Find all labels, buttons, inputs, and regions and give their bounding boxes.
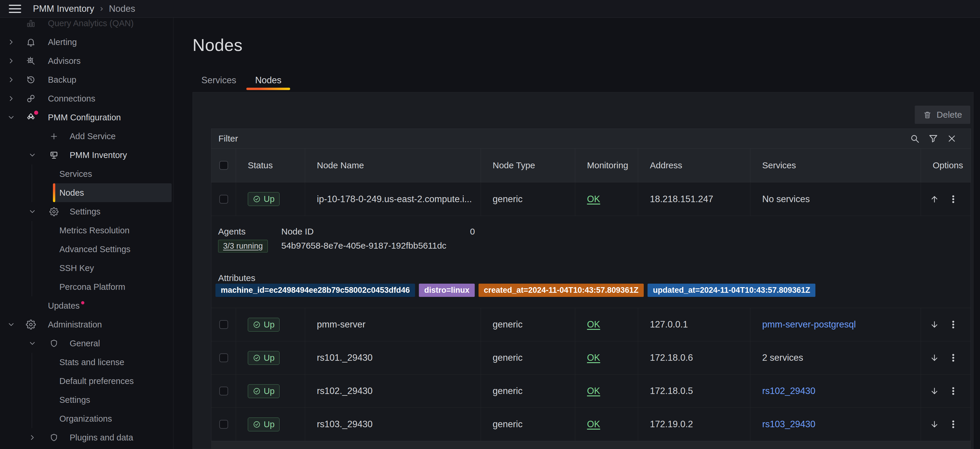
options-cell (921, 408, 970, 441)
expand-row-button[interactable] (929, 319, 940, 330)
services-cell: pmm-server-postgresql (750, 308, 921, 341)
sidebar-item-pmm-configuration[interactable]: PMM Configuration (0, 108, 173, 127)
sidebar-item-percona-platform[interactable]: Percona Platform (0, 278, 173, 296)
expand-row-button[interactable] (929, 386, 940, 396)
row-menu-button[interactable] (948, 419, 959, 430)
services-text: 2 services (762, 353, 803, 363)
delete-button[interactable]: Delete (915, 105, 970, 124)
monitoring-link[interactable]: OK (587, 386, 600, 396)
filter-icon[interactable] (928, 133, 939, 144)
sidebar-item-organizations[interactable]: Organizations (0, 409, 173, 428)
node-name-cell: ip-10-178-0-249.us-east-2.compute.i... (305, 182, 480, 216)
expand-row-button[interactable] (929, 353, 940, 363)
sidebar-item-label: Alerting (48, 37, 77, 47)
collapse-row-button[interactable] (929, 194, 940, 205)
tab-nodes[interactable]: Nodes (246, 70, 290, 90)
monitoring-link[interactable]: OK (587, 353, 600, 363)
row-menu-button[interactable] (948, 353, 959, 363)
monitoring-cell: OK (575, 182, 638, 216)
service-link[interactable]: rs103_29430 (762, 419, 815, 430)
table-row: Uppmm-servergenericOK127.0.0.1pmm-server… (212, 308, 970, 341)
chevron-down-icon[interactable] (7, 320, 15, 329)
sidebar-item-backup[interactable]: Backup (0, 70, 173, 89)
row-menu-button[interactable] (948, 386, 959, 396)
sidebar-item-administration[interactable]: Administration (0, 315, 173, 334)
row-checkbox[interactable] (219, 387, 228, 395)
sidebar-item-general[interactable]: General (0, 334, 173, 353)
tab-services[interactable]: Services (192, 70, 245, 90)
chevron-right-icon[interactable] (7, 57, 15, 65)
monitoring-cell: OK (575, 375, 638, 407)
sidebar-item-alerting[interactable]: Alerting (0, 33, 173, 51)
search-icon[interactable] (910, 133, 920, 144)
monitoring-cell: OK (575, 308, 638, 341)
sidebar-item-pmm-inventory[interactable]: PMM Inventory (0, 145, 173, 165)
table-row: Uprs103._29430genericOK172.19.0.2rs103_2… (212, 408, 970, 441)
sidebar-item-stats-and-license[interactable]: Stats and license (0, 353, 173, 372)
chevron-right-icon[interactable] (7, 94, 15, 103)
chevron-right-icon[interactable] (7, 76, 15, 84)
row-checkbox[interactable] (219, 195, 228, 204)
monitoring-link[interactable]: OK (587, 419, 600, 430)
sidebar-item-default-preferences[interactable]: Default preferences (0, 372, 173, 390)
expanded-row-details: Agents3/3 runningNode ID54b97658-8e7e-40… (212, 216, 970, 308)
sidebar-item-connections[interactable]: Connections (0, 89, 173, 108)
sidebar-item-metrics-resolution[interactable]: Metrics Resolution (0, 221, 173, 240)
monitoring-link[interactable]: OK (587, 319, 600, 330)
row-menu-button[interactable] (948, 194, 959, 205)
sidebar-item-add-service[interactable]: Add Service (0, 127, 173, 145)
agents-badge[interactable]: 3/3 running (218, 240, 268, 252)
pmm-inventory-nodes-screen: PMM Inventory › Nodes Query Analytics (Q… (0, 0, 980, 449)
sidebar-item-updates[interactable]: Updates (0, 296, 173, 315)
address-cell: 127.0.0.1 (638, 308, 750, 341)
node-type-cell: generic (480, 408, 575, 441)
expand-row-button[interactable] (929, 419, 940, 430)
chevron-down-icon[interactable] (28, 151, 37, 159)
status-cell: Up (236, 308, 305, 341)
services-cell: 2 services (750, 341, 921, 374)
tree-guide-line (32, 390, 32, 409)
service-link[interactable]: pmm-server-postgresql (762, 319, 856, 330)
chevron-down-icon[interactable] (7, 113, 15, 121)
delete-button-label: Delete (937, 110, 962, 120)
chevron-right-icon[interactable] (7, 38, 15, 46)
pagination-bar[interactable] (211, 441, 971, 449)
sidebar-item-label: Advanced Settings (59, 244, 130, 254)
trash-icon (923, 110, 932, 119)
menu-toggle-icon[interactable] (9, 5, 21, 13)
attribute-badge: machine_id=ec2498494ee28b79c58002c0453df… (215, 284, 415, 297)
row-menu-button[interactable] (948, 319, 959, 330)
row-checkbox[interactable] (219, 353, 228, 362)
select-all-checkbox[interactable] (219, 161, 228, 170)
status-badge: Up (248, 384, 280, 398)
breadcrumb-item-pmm-inventory[interactable]: PMM Inventory (33, 3, 94, 14)
options-cell (921, 308, 970, 341)
main-content: Nodes Services Nodes Delete Filter (173, 18, 980, 449)
sidebar-item-label: Connections (48, 94, 95, 104)
chevron-right-icon[interactable] (28, 433, 37, 442)
chevron-down-icon[interactable] (28, 208, 37, 216)
close-icon[interactable] (947, 133, 957, 144)
node-name-cell: rs103._29430 (305, 408, 480, 441)
chevron-down-icon[interactable] (28, 339, 37, 347)
sidebar-item-advanced-settings[interactable]: Advanced Settings (0, 240, 173, 259)
sidebar-item-plugins-and-data[interactable]: Plugins and data (0, 428, 173, 447)
sidebar-item-label: PMM Configuration (48, 113, 121, 122)
table-header-row: StatusNode NameNode TypeMonitoringAddres… (212, 149, 970, 182)
sidebar-item-settings[interactable]: Settings (0, 202, 173, 221)
row-checkbox[interactable] (219, 320, 228, 329)
options-cell (921, 341, 970, 374)
sidebar-nav: Query Analytics (QAN)AlertingAdvisorsBac… (0, 0, 173, 449)
status-badge: Up (248, 192, 280, 206)
sidebar-item-nodes[interactable]: Nodes (0, 183, 173, 202)
sidebar-item-advisors[interactable]: Advisors (0, 51, 173, 70)
monitoring-link[interactable]: OK (587, 194, 600, 205)
row-checkbox[interactable] (219, 420, 228, 429)
filter-bar[interactable]: Filter (211, 129, 971, 149)
service-link[interactable]: rs102_29430 (762, 386, 815, 396)
sidebar-item-settings-general[interactable]: Settings (0, 390, 173, 409)
sidebar-item-services[interactable]: Services (0, 165, 173, 183)
sidebar-item-ssh-key[interactable]: SSH Key (0, 259, 173, 278)
sidebar-item-label: Default preferences (59, 376, 134, 386)
tree-guide-line (32, 372, 32, 390)
